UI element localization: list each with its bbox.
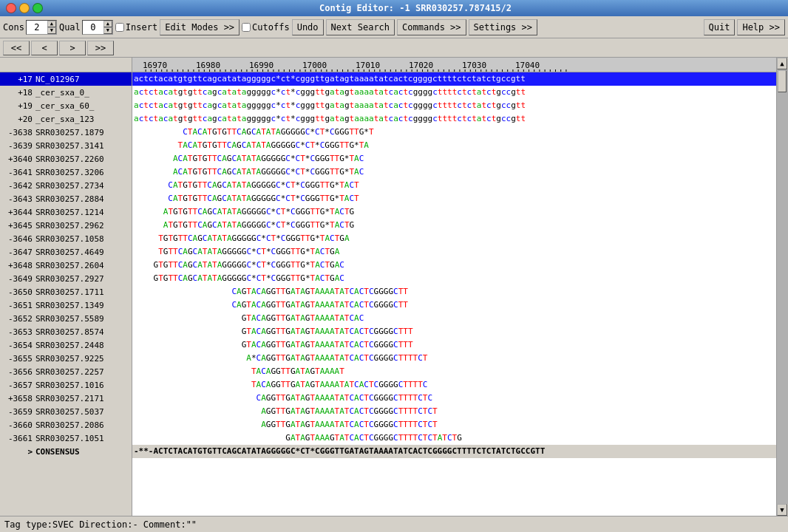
sequence-row: GTACAGGTTGATAGTAAAATATCACTCGGGGCTTT	[132, 338, 776, 352]
commands-button[interactable]: Commands >>	[397, 19, 466, 35]
sequence-row: ATGTGTTCAGCATATAGGGGGC*CT*CGGGTTG*TACTG	[132, 219, 776, 232]
first-button[interactable]: <<	[3, 41, 30, 55]
main-area: +17NC_012967+18_cer_sxa_0_+19_cer_sxa_60…	[0, 58, 788, 516]
row-entry[interactable]: +3645SRR030257.2962	[0, 219, 132, 232]
row-name: SRR030257.1711	[35, 287, 132, 297]
row-entry[interactable]: -3646SRR030257.1058	[0, 232, 132, 245]
row-number: +3644	[0, 208, 35, 217]
scroll-thumb[interactable]	[778, 70, 787, 92]
edit-modes-button[interactable]: Edit Modes >>	[160, 19, 240, 35]
row-entry[interactable]: +20_cer_sxa_123	[0, 112, 132, 126]
sequence-container[interactable]: actctacatgtgttcagcatatagggggc*ct*cgggttg…	[132, 72, 776, 516]
row-entry[interactable]: +3658SRR030257.2171	[0, 392, 132, 405]
row-name: SRR030257.1214	[35, 208, 132, 217]
ruler-spacer	[0, 58, 132, 72]
row-entry[interactable]: -3649SRR030257.2927	[0, 272, 132, 285]
sequence-row: CATGTGTTCAGCATATAGGGGGC*CT*CGGGTTG*TACT	[132, 192, 776, 205]
sequence-row: actctacatgtgttcagcatatagggggc*ct*cgggttg…	[132, 86, 776, 99]
row-name: SRR030257.8574	[35, 327, 132, 337]
row-entry[interactable]: -3647SRR030257.4649	[0, 245, 132, 259]
next-search-button[interactable]: Next Search	[326, 19, 395, 35]
row-entry[interactable]: -3638SRR030257.1879	[0, 126, 132, 139]
row-name: SRR030257.2962	[35, 221, 132, 231]
row-entry[interactable]: -3655SRR030257.9225	[0, 352, 132, 365]
row-number: -3639	[0, 141, 35, 151]
row-entry[interactable]: -3639SRR030257.3141	[0, 139, 132, 152]
row-entry[interactable]: -3659SRR030257.5037	[0, 405, 132, 418]
cutoffs-checkbox[interactable]	[242, 23, 251, 32]
maximize-button[interactable]	[33, 3, 43, 13]
sequence-row: GTACAGGTTGATAGTAAAATATCAC	[132, 312, 776, 325]
cons-group: Cons ▲ ▼	[3, 20, 57, 35]
row-entry[interactable]: +17NC_012967	[0, 72, 132, 86]
row-entry[interactable]: -3653SRR030257.8574	[0, 325, 132, 338]
row-entry[interactable]: -3641SRR030257.3206	[0, 166, 132, 179]
sequence-row: actctacatgtgttcagcatatagggggc*ct*cgggttg…	[132, 72, 776, 86]
consensus-entry: >CONSENSUS	[0, 445, 132, 458]
minimize-button[interactable]	[19, 3, 30, 13]
names-container: +17NC_012967+18_cer_sxa_0_+19_cer_sxa_60…	[0, 72, 132, 516]
sequence-row: GATAGTAAAGTATCACTCGGGGCTTTTCTCTATCTG	[132, 432, 776, 445]
next-button[interactable]: >	[59, 41, 86, 55]
cons-down-arrow[interactable]: ▼	[47, 27, 56, 34]
row-entry[interactable]: -3660SRR030257.2086	[0, 418, 132, 432]
qual-input[interactable]	[83, 21, 103, 34]
consensus-sequence-row: -**-ACTCTACATGTGTTCAGCATATAGGGGGC*CT*CGG…	[132, 445, 776, 458]
cons-spinbox[interactable]: ▲ ▼	[26, 20, 57, 35]
row-entry[interactable]: -3661SRR030257.1051	[0, 432, 132, 445]
cons-input[interactable]	[27, 21, 47, 34]
row-name: _cer_sxa_60_	[35, 101, 132, 111]
row-entry[interactable]: +18_cer_sxa_0_	[0, 86, 132, 99]
qual-spinbox[interactable]: ▲ ▼	[82, 20, 113, 35]
row-entry[interactable]: -3642SRR030257.2734	[0, 179, 132, 192]
row-entry[interactable]: +19_cer_sxa_60_	[0, 99, 132, 112]
undo-button[interactable]: Undo	[292, 19, 324, 35]
sequence-row: ACATGTGTTCAGCATATAGGGGGC*CT*CGGGTTG*TAC	[132, 166, 776, 179]
cons-up-arrow[interactable]: ▲	[47, 21, 56, 27]
row-entry[interactable]: +3644SRR030257.1214	[0, 205, 132, 219]
prev-button[interactable]: <	[31, 41, 58, 55]
row-number: +17	[0, 75, 35, 84]
settings-button[interactable]: Settings >>	[469, 19, 537, 35]
row-entry[interactable]: -3652SRR030257.5589	[0, 312, 132, 325]
scroll-up-button[interactable]: ▲	[777, 58, 787, 69]
qual-down-arrow[interactable]: ▼	[103, 27, 112, 34]
row-entry[interactable]: +3648SRR030257.2604	[0, 259, 132, 272]
row-number: -3653	[0, 327, 35, 337]
close-button[interactable]	[6, 3, 16, 13]
scroll-down-button[interactable]: ▼	[777, 504, 787, 516]
cutoffs-checkbox-label[interactable]: Cutoffs	[242, 22, 290, 33]
help-button[interactable]: Help >>	[737, 19, 785, 35]
quit-button[interactable]: Quit	[704, 19, 736, 35]
row-entry[interactable]: -3643SRR030257.2884	[0, 192, 132, 205]
qual-arrows: ▲ ▼	[103, 21, 112, 34]
sequence-row: TGTTCAGCATATAGGGGGC*CT*CGGGTTG*TACTGA	[132, 245, 776, 259]
last-button[interactable]: >>	[87, 41, 114, 55]
row-entry[interactable]: -3657SRR030257.1016	[0, 378, 132, 392]
ruler-canvas	[135, 58, 776, 72]
row-number: -3647	[0, 248, 35, 257]
cons-arrows: ▲ ▼	[47, 21, 56, 34]
consensus-name: CONSENSUS	[35, 447, 132, 457]
row-entry[interactable]: +3640SRR030257.2260	[0, 152, 132, 166]
scroll-track[interactable]	[777, 69, 788, 504]
row-entry[interactable]: -3650SRR030257.1711	[0, 285, 132, 299]
window-title: Contig Editor: -1 SRR030257.787415/2	[49, 3, 782, 13]
sequence-row: TACATGTGTTCAGCATATAGGGGGC*CT*CGGGTTG*TA	[132, 139, 776, 152]
row-entry[interactable]: -3651SRR030257.1349	[0, 299, 132, 312]
row-entry[interactable]: -3654SRR030257.2448	[0, 338, 132, 352]
row-number: -3652	[0, 314, 35, 324]
row-name: SRR030257.2604	[35, 261, 132, 270]
row-entry[interactable]: -3656SRR030257.2257	[0, 365, 132, 378]
row-number: -3642	[0, 181, 35, 191]
row-name: SRR030257.2448	[35, 341, 132, 350]
sequence-row: ATGTGTTCAGCATATAGGGGGC*CT*CGGGTTG*TACTG	[132, 205, 776, 219]
qual-up-arrow[interactable]: ▲	[103, 21, 112, 27]
row-number: -3649	[0, 274, 35, 284]
vertical-scrollbar[interactable]: ▲ ▼	[776, 58, 788, 516]
insert-checkbox[interactable]	[115, 23, 124, 32]
row-name: SRR030257.2086	[35, 420, 132, 430]
insert-checkbox-label[interactable]: Insert	[115, 22, 157, 33]
sequence-row: GTGTTCAGCATATAGGGGGC*CT*CGGGTTG*TACTGAC	[132, 272, 776, 285]
sequence-row: TGTGTTCAGCATATAGGGGGC*CT*CGGGTTG*TACTGA	[132, 232, 776, 245]
